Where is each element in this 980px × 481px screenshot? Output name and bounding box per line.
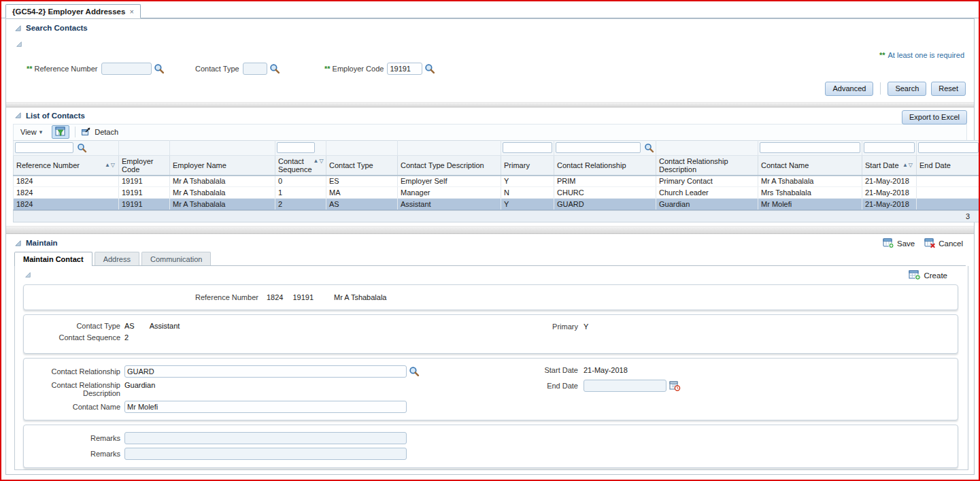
tab-address[interactable]: Address [95, 252, 139, 265]
reference-number-label: Reference Number [195, 293, 258, 301]
employer-code-input[interactable] [387, 63, 422, 75]
contact-type-field-group: Contact Type [195, 63, 280, 75]
contact-name-label: Contact Name [24, 403, 120, 411]
reset-button[interactable]: Reset [931, 82, 966, 96]
filter-table-icon [55, 127, 66, 138]
tab-employer-addresses[interactable]: {GC54-2} Employer Addresses × [5, 4, 141, 18]
table-row[interactable]: 182419191Mr A Tshabalala1MAManagerNCHURC… [14, 187, 980, 199]
document-tab-bar: {GC54-2} Employer Addresses × [1, 1, 979, 18]
employer-name-value: Mr A Tshabalala [334, 293, 386, 301]
column-header-reference-number[interactable]: Reference Number▲▽ [14, 155, 119, 176]
filter-input-contact-name[interactable] [760, 142, 860, 153]
reference-number-value: 1824 [267, 293, 283, 301]
section-splitter[interactable] [6, 102, 974, 107]
cancel-button[interactable]: Cancel [924, 237, 963, 250]
contact-type-value: AS [124, 322, 135, 330]
contact-type-label: Contact Type [195, 65, 239, 73]
sort-icons[interactable]: ▲▽ [105, 162, 116, 168]
contact-type-label: Contact Type [24, 322, 120, 330]
detach-icon [81, 127, 91, 137]
list-of-contacts-section: List of Contacts Export to Excel View ▾ [6, 107, 974, 227]
search-button[interactable]: Search [888, 82, 926, 96]
start-date-label: Start Date [525, 366, 578, 374]
primary-label: Primary [525, 322, 578, 331]
sort-icons[interactable]: ▲▽ [902, 162, 913, 168]
search-lov-icon[interactable] [269, 63, 280, 74]
main-panel: Search Contacts **At least one is requir… [5, 18, 975, 475]
advanced-button[interactable]: Advanced [825, 82, 873, 96]
contact-sequence-label: Contact Sequence [24, 333, 120, 342]
detach-button[interactable]: Detach [81, 127, 118, 137]
create-icon [909, 269, 921, 282]
search-lov-icon[interactable] [424, 63, 435, 74]
tab-maintain-contact[interactable]: Maintain Contact [14, 252, 92, 266]
filter-input-end-date[interactable] [918, 142, 979, 153]
column-header-contact-relationship-description[interactable]: Contact Relationship Description [656, 155, 758, 176]
contact-relationship-label: Contact Relationship [24, 367, 120, 376]
maintain-section: Maintain Save Cancel Maintain Contact [6, 234, 974, 474]
cancel-icon [924, 237, 936, 250]
filter-input-start-date[interactable] [864, 142, 915, 153]
column-header-contact-relationship[interactable]: Contact Relationship [554, 155, 656, 176]
column-header-contact-type-description[interactable]: Contact Type Description [398, 155, 501, 176]
filter-input-primary[interactable] [503, 142, 552, 153]
contact-relationship-input[interactable] [124, 365, 407, 378]
remarks-input-2[interactable] [124, 448, 407, 460]
column-header-contact-name[interactable]: Contact Name [758, 155, 862, 176]
end-date-input[interactable] [584, 380, 666, 392]
contact-name-input[interactable] [124, 401, 407, 413]
filter-lov-icon-reference-number[interactable] [77, 143, 87, 153]
column-header-contact-type[interactable]: Contact Type [326, 155, 398, 176]
relationship-lov-icon[interactable] [409, 366, 420, 377]
contact-relationship-description-label: Contact Relationship Description [24, 381, 120, 397]
reference-number-label: Reference Number [35, 65, 98, 73]
search-lov-icon[interactable] [154, 63, 165, 74]
disclosure-triangle-icon[interactable] [14, 239, 22, 247]
primary-value: Y [584, 322, 588, 331]
sort-icons[interactable]: ▲▽ [314, 158, 324, 164]
filter-input-contact-sequence[interactable] [277, 142, 315, 153]
contact-type-input[interactable] [243, 63, 267, 75]
column-header-employer-code[interactable]: Employer Code [119, 155, 170, 176]
column-header-employer-name[interactable]: Employer Name [170, 155, 275, 176]
employer-code-label: Employer Code [333, 65, 384, 73]
summary-box: Reference Number 1824 19191 Mr A Tshabal… [23, 284, 958, 310]
column-header-end-date[interactable]: End Date [917, 155, 980, 176]
tab-communication[interactable]: Communication [141, 252, 211, 265]
search-disclosure-icon[interactable] [16, 41, 22, 48]
required-marker: ** [324, 65, 331, 73]
save-icon [883, 237, 894, 250]
search-fields-row: ** Reference Number Contact Type ** [6, 63, 974, 78]
column-header-contact-sequence[interactable]: Contact Sequence▲▽ [275, 155, 326, 176]
end-date-label: End Date [525, 382, 578, 390]
filter-input-reference-number[interactable] [15, 142, 73, 153]
create-button[interactable]: Create [909, 269, 947, 282]
row-count: 3 [966, 212, 970, 220]
column-header-primary[interactable]: Primary [501, 155, 554, 176]
column-header-start-date[interactable]: Start Date▲▽ [862, 155, 917, 176]
remarks-label: Remarks [24, 450, 120, 458]
close-icon[interactable]: × [129, 7, 133, 16]
panel-disclosure-icon[interactable] [24, 271, 31, 278]
employer-code-field-group: ** Employer Code [324, 63, 435, 75]
remarks-label: Remarks [24, 434, 120, 442]
disclosure-triangle-icon[interactable] [14, 24, 22, 32]
query-by-example-button[interactable] [52, 125, 69, 139]
required-marker: ** [27, 65, 33, 73]
table-header-row: Reference Number▲▽Employer CodeEmployer … [14, 155, 980, 176]
date-picker-icon[interactable] [669, 380, 681, 391]
remarks-input-1[interactable] [124, 432, 407, 444]
disclosure-triangle-icon[interactable] [14, 112, 22, 119]
table-filter-row [14, 140, 980, 155]
relationship-box: Contact Relationship Contact Relationshi… [23, 358, 958, 420]
view-menu-button[interactable]: View ▾ [16, 127, 46, 137]
filter-lov-icon-contact-relationship[interactable] [644, 143, 654, 153]
reference-number-input[interactable] [101, 63, 152, 75]
table-row[interactable]: 182419191Mr A Tshabalala2ASAssistantYGUA… [14, 199, 980, 210]
table-row[interactable]: 182419191Mr A Tshabalala0ESEmployer Self… [14, 176, 980, 187]
save-button[interactable]: Save [883, 237, 915, 250]
export-to-excel-button[interactable]: Export to Excel [902, 110, 967, 125]
contact-sequence-value: 2 [124, 333, 129, 342]
filter-input-contact-relationship[interactable] [556, 142, 641, 153]
section-splitter[interactable] [6, 226, 974, 234]
